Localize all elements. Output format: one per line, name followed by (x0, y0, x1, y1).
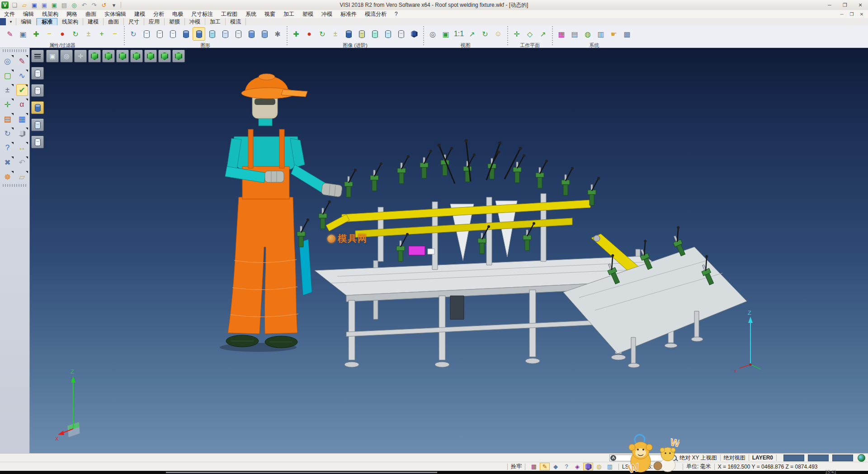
undo-grey-icon[interactable]: ↶ (16, 156, 28, 168)
spline-edit-icon[interactable]: α (16, 99, 28, 110)
fit-view-icon[interactable]: ▣ (46, 50, 59, 62)
visibility-filter-icon[interactable]: ● (56, 27, 69, 41)
menu-item[interactable]: 加工 (279, 10, 298, 18)
view-orientation-icon[interactable]: ☺ (492, 27, 505, 41)
confirm-check-icon[interactable]: ✔ (16, 84, 28, 96)
toolbar-group-separator[interactable] (505, 26, 509, 46)
settings-table-icon[interactable]: ▤ (568, 27, 581, 41)
menu-item[interactable]: 尺寸标注 (187, 10, 217, 18)
zoom-1to1-icon[interactable]: 1:1 (453, 27, 465, 41)
copy-graphics-icon[interactable] (258, 27, 271, 41)
print-icon[interactable]: ▤ (60, 1, 68, 9)
mesh-cylinder-icon[interactable] (395, 27, 407, 41)
save-icon[interactable]: ▣ (30, 1, 38, 9)
dashed-hidden-mode-icon[interactable] (166, 27, 179, 41)
quick-access-dropdown[interactable]: ▾ (110, 1, 118, 9)
save-as-icon[interactable]: ▣ (40, 1, 48, 9)
toolbar-group-separator[interactable] (421, 26, 425, 46)
search-magnifier-icon[interactable] (671, 455, 677, 461)
color-swatch[interactable] (832, 455, 853, 461)
workplane-view-icon[interactable]: ◇ (524, 27, 536, 41)
mesh-mode-icon[interactable] (232, 27, 245, 41)
color-palette-icon[interactable]: ▦ (555, 27, 568, 41)
hide-remove-icon[interactable]: − (43, 27, 56, 41)
flat-shaded-mode-icon[interactable] (219, 27, 231, 41)
modify-attributes-icon[interactable]: ✎ (4, 27, 16, 41)
new-file-icon[interactable]: ❏ (10, 1, 19, 9)
menu-item[interactable]: 实体编辑 (100, 10, 130, 18)
tab[interactable]: 建模 (83, 18, 104, 25)
menu-item[interactable]: 塑模 (298, 10, 317, 18)
front-view-icon[interactable] (158, 50, 171, 62)
profiles-icon[interactable]: ◈ (572, 463, 582, 470)
snap-mode-label[interactable]: 绝对 XY 上视图 (679, 454, 717, 462)
solid-cube-icon[interactable] (16, 128, 28, 139)
toggle-visibility-icon[interactable]: ± (82, 27, 95, 41)
undo-icon[interactable]: ↶ (80, 1, 88, 9)
save-all-icon[interactable]: ▣ (50, 1, 58, 9)
tab[interactable]: 标准 (37, 18, 57, 25)
search-input[interactable]: A (609, 455, 667, 461)
open-file-icon[interactable]: ▱ (20, 1, 28, 9)
section-cylinder-icon[interactable] (342, 27, 355, 41)
menu-item[interactable]: 标准件 (336, 10, 361, 18)
view-mode-label[interactable]: 绝对视图 (724, 454, 745, 462)
lock-label[interactable]: 拴牢 (511, 463, 522, 470)
minimize-button[interactable]: ─ (822, 0, 837, 10)
sketch-curve-icon[interactable]: ∿ (16, 70, 28, 81)
menu-item[interactable]: 模流分析 (361, 10, 391, 18)
globe-icon[interactable] (858, 454, 865, 462)
zoom-dynamic-icon[interactable]: ◎ (2, 55, 14, 67)
workplane-move-icon[interactable]: ↗ (537, 27, 549, 41)
advanced-refresh-icon[interactable]: ↻ (316, 27, 329, 41)
toolbar-group-separator[interactable] (122, 26, 126, 46)
menu-item[interactable]: 文件 (0, 10, 19, 18)
transparent-display-icon[interactable] (31, 118, 44, 131)
workplane-origin-icon[interactable]: ✛ (510, 27, 523, 41)
menu-item[interactable]: 系统 (241, 10, 260, 18)
hidden-line-display-icon[interactable] (31, 84, 44, 97)
record-icon[interactable]: ▦ (529, 463, 539, 470)
add-filter-icon[interactable]: + (95, 27, 108, 41)
rotate-view-icon[interactable]: ↻ (479, 27, 491, 41)
toolbar-group-separator[interactable] (550, 26, 554, 46)
menu-item[interactable]: 曲面 (81, 10, 100, 18)
menu-item[interactable]: 建模 (130, 10, 149, 18)
graphics-settings-icon[interactable]: ✱ (271, 27, 284, 41)
advanced-add-icon[interactable]: ✚ (290, 27, 302, 41)
bottom-view-icon[interactable] (116, 50, 129, 62)
transparent-mode-icon[interactable] (206, 27, 218, 41)
refresh-icon[interactable]: ↻ (2, 128, 14, 139)
menu-item[interactable]: 电极 (168, 10, 187, 18)
bulb-icon[interactable]: ◍ (594, 463, 604, 470)
table-config-icon[interactable]: ▥ (594, 27, 607, 41)
grid-settings-icon[interactable]: ▩ (621, 27, 633, 41)
wireframe-mode-icon[interactable] (140, 27, 153, 41)
striped-cylinder-icon[interactable] (355, 27, 368, 41)
recent-history-icon[interactable]: ↺ (100, 1, 108, 9)
hidden-line-mode-icon[interactable] (153, 27, 166, 41)
menu-item[interactable]: 分析 (149, 10, 168, 18)
selection-window-icon[interactable]: ▢ (2, 70, 14, 81)
menu-item[interactable]: 视窗 (260, 10, 279, 18)
help-icon[interactable]: ? (2, 142, 14, 154)
window-tile-icon[interactable]: ▥ (605, 463, 615, 470)
context-help-icon[interactable]: ? (561, 463, 571, 470)
viewport-menu-icon[interactable] (31, 50, 44, 62)
menu-item[interactable]: 工程图 (217, 10, 241, 18)
zoom-dynamic-icon[interactable]: ◎ (426, 27, 439, 41)
back-view-icon[interactable] (172, 50, 185, 62)
menu-item[interactable]: 编辑 (19, 10, 38, 18)
solid-cube-icon[interactable] (408, 27, 420, 41)
menu-item[interactable]: 冲模 (317, 10, 336, 18)
attributes-stack-icon[interactable]: ▤ (2, 113, 14, 125)
tab-dropdown-button[interactable]: ▼ (6, 18, 16, 25)
tab[interactable]: 冲模 (185, 18, 205, 25)
iso-view-icon[interactable] (88, 50, 101, 62)
redo-icon[interactable]: ↷ (90, 1, 98, 9)
shaded-mode-icon[interactable] (179, 27, 192, 41)
tab[interactable]: 应用 (144, 18, 165, 25)
mdi-restore-button[interactable]: ❐ (848, 12, 855, 17)
wireframe-display-icon[interactable] (31, 67, 44, 80)
mesh-display-icon[interactable] (31, 136, 44, 148)
